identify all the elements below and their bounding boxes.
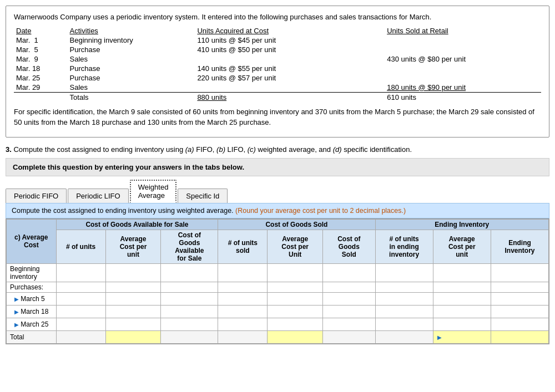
table-row: Mar. 29 Sales 180 units @ $90 per unit <box>14 83 541 93</box>
col-avg-cost-sold: AverageCost perUnit <box>268 230 323 263</box>
blue-bar-note: (Round your average cost per unit to 2 d… <box>235 207 406 215</box>
table-row: Mar. 5 Purchase 410 units @ $50 per unit <box>14 45 541 54</box>
transaction-table: Date Activities Units Acquired at Cost U… <box>14 26 541 102</box>
col-units-ending: # of unitsin endinginventory <box>375 230 433 263</box>
table-row: Mar. 25 Purchase 220 units @ $57 per uni… <box>14 73 541 83</box>
row-march-25: ▶ March 25 <box>7 318 549 330</box>
cell-m25-avg-cost[interactable] <box>105 318 161 330</box>
input-total-avg-cost-ending[interactable] <box>444 332 486 342</box>
col-spacer <box>351 26 385 35</box>
cell-m5-cogs-avail[interactable] <box>161 292 218 305</box>
cell-m25-cogs-avail[interactable] <box>161 318 218 330</box>
table-row: Mar. 9 Sales 430 units @ $80 per unit <box>14 54 541 64</box>
label-march-25: ▶ March 25 <box>7 318 57 330</box>
input-m25-avg-cost[interactable] <box>108 319 159 329</box>
col-avg-cost-per-unit: AverageCost perunit <box>105 230 161 263</box>
input-total-avg-cost-sold[interactable] <box>270 332 320 342</box>
tab-weighted-average[interactable]: WeightedAverage <box>130 180 177 203</box>
tab-periodic-fifo[interactable]: Periodic FIFO <box>6 189 67 203</box>
input-total-cogs-sold[interactable] <box>325 332 373 342</box>
input-total-units[interactable] <box>59 332 103 342</box>
input-m5-cogs-avail[interactable] <box>163 294 215 304</box>
input-m18-avg-cost[interactable] <box>108 307 159 317</box>
row-beginning-inventory: Beginning inventory <box>7 263 549 282</box>
cell-bi-units[interactable] <box>56 263 105 282</box>
col-cost-goods-sold: Cost ofGoodsSold <box>323 230 376 263</box>
cell-total-cogs-avail[interactable] <box>161 330 218 343</box>
table-row: Mar. 1 Beginning inventory 110 units @ $… <box>14 35 541 45</box>
table-row: Mar. 18 Purchase 140 units @ $55 per uni… <box>14 64 541 73</box>
cost-table: c) Average Cost Cost of Goods Available … <box>6 219 549 344</box>
col-date: Date <box>14 26 68 35</box>
cell-m18-units[interactable] <box>56 305 105 318</box>
cell-bi-cogs-avail[interactable] <box>161 263 218 282</box>
question-section: 3. Compute the cost assigned to ending i… <box>6 145 549 344</box>
cell-total-cogs-sold[interactable] <box>323 330 376 343</box>
note-text: For specific identification, the March 9… <box>14 106 541 128</box>
totals-row: Totals 880 units 610 units <box>14 92 541 102</box>
instruction-text: Complete this question by entering your … <box>13 163 244 171</box>
cell-total-avg-cost-ending[interactable]: ▶ <box>433 330 491 343</box>
tab-specific-id[interactable]: Specific Id <box>178 189 228 203</box>
col-header-row: # of units AverageCost perunit Cost ofGo… <box>7 230 549 263</box>
corner-header: c) Average Cost <box>7 219 57 263</box>
col-acquired: Units Acquired at Cost <box>195 26 351 35</box>
input-m25-cogs-avail[interactable] <box>163 319 215 329</box>
col-activities: Activities <box>68 26 195 35</box>
info-description: Warnerwoods Company uses a periodic inve… <box>14 12 541 23</box>
label-total: Total <box>7 330 57 343</box>
col-units-sold: # of unitssold <box>218 230 268 263</box>
cell-m5-units[interactable] <box>56 292 105 305</box>
col-ending-inventory: EndingInventory <box>491 230 548 263</box>
cell-total-units[interactable] <box>56 330 105 343</box>
cell-m25-units[interactable] <box>56 318 105 330</box>
ending-inv-header: Ending Inventory <box>375 219 548 230</box>
col-cost-goods-available: Cost ofGoodsAvailablefor Sale <box>161 230 218 263</box>
input-m5-units[interactable] <box>59 294 103 304</box>
goods-available-header: Cost of Goods Available for Sale <box>56 219 218 230</box>
cell-total-avg-cost-sold[interactable] <box>268 330 323 343</box>
cell-total-units-ending[interactable] <box>375 330 433 343</box>
label-march-5: ▶ March 5 <box>7 292 57 305</box>
col-sold: Units Sold at Retail <box>385 26 541 35</box>
input-total-units-ending[interactable] <box>378 332 431 342</box>
main-table-wrapper: c) Average Cost Cost of Goods Available … <box>6 218 549 344</box>
input-bi-avg-cost[interactable] <box>108 268 159 278</box>
row-total: Total ▶ <box>7 330 549 343</box>
col-units: # of units <box>56 230 105 263</box>
blue-info-bar: Compute the cost assigned to ending inve… <box>6 203 549 218</box>
input-m25-units[interactable] <box>59 319 103 329</box>
input-bi-units[interactable] <box>59 268 103 278</box>
row-purchases-label: Purchases: <box>7 282 549 292</box>
cell-total-avg-cost[interactable] <box>105 330 161 343</box>
cell-m18-cogs-avail[interactable] <box>161 305 218 318</box>
input-m18-cogs-avail[interactable] <box>163 307 215 317</box>
cell-m18-avg-cost[interactable] <box>105 305 161 318</box>
question-label: 3. Compute the cost assigned to ending i… <box>6 145 549 154</box>
info-box: Warnerwoods Company uses a periodic inve… <box>6 6 549 138</box>
tabs-container: Periodic FIFO Periodic LIFO WeightedAver… <box>6 180 549 203</box>
input-bi-cogs-avail[interactable] <box>163 268 215 278</box>
label-beginning-inventory: Beginning inventory <box>7 263 57 282</box>
input-total-units-sold[interactable] <box>220 332 265 342</box>
goods-sold-header: Cost of Goods Sold <box>218 219 375 230</box>
row-march-5: ▶ March 5 <box>7 292 549 305</box>
input-total-avg-cost[interactable] <box>108 332 159 342</box>
row-march-18: ▶ March 18 <box>7 305 549 318</box>
input-m18-units[interactable] <box>59 307 103 317</box>
input-total-cogs-avail[interactable] <box>163 332 215 342</box>
tab-periodic-lifo[interactable]: Periodic LIFO <box>68 189 128 203</box>
cell-m5-avg-cost[interactable] <box>105 292 161 305</box>
input-m5-avg-cost[interactable] <box>108 294 159 304</box>
col-avg-cost-ending: AverageCost perunit <box>433 230 491 263</box>
instruction-box: Complete this question by entering your … <box>6 158 549 176</box>
section-header-row: c) Average Cost Cost of Goods Available … <box>7 219 549 230</box>
cell-total-ending-inventory[interactable] <box>491 330 548 343</box>
blue-bar-main: Compute the cost assigned to ending inve… <box>12 207 234 215</box>
cell-bi-avg-cost[interactable] <box>105 263 161 282</box>
label-purchases: Purchases: <box>7 282 57 292</box>
cell-total-units-sold[interactable] <box>218 330 268 343</box>
input-total-ending-inventory[interactable] <box>493 332 546 342</box>
label-march-18: ▶ March 18 <box>7 305 57 318</box>
